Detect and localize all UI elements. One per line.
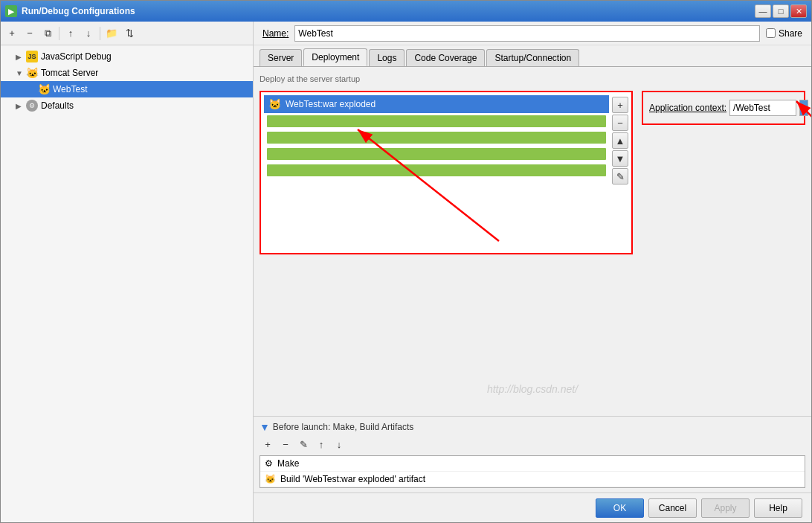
- window-title: Run/Debug Configurations: [22, 6, 135, 16]
- deploy-main: 🐱 WebTest:war exploded: [260, 91, 805, 362]
- deployment-area: Deploy at the server startup 🐱: [254, 67, 811, 416]
- artifact-remove-button[interactable]: −: [612, 115, 628, 131]
- close-button[interactable]: ✕: [790, 4, 807, 18]
- share-area: Share: [766, 28, 802, 39]
- tab-deployment[interactable]: Deployment: [303, 48, 367, 66]
- before-launch-section: ▼ Before launch: Make, Build Artifacts +…: [254, 416, 811, 492]
- app-context-row: Application context: ▼: [649, 100, 798, 116]
- bl-build-icon: 🐱: [265, 474, 276, 484]
- tree-label-webtest: WebTest: [53, 84, 87, 94]
- tab-code-coverage[interactable]: Code Coverage: [406, 49, 485, 66]
- bl-remove-button[interactable]: −: [277, 436, 294, 452]
- before-launch-title: ▼ Before launch: Make, Build Artifacts: [260, 421, 805, 433]
- artifact-item-webtest[interactable]: 🐱 WebTest:war exploded: [264, 95, 609, 113]
- artifact-empty-space: [264, 179, 609, 250]
- app-context-input[interactable]: [729, 100, 796, 116]
- expand-icon-tomcat: ▼: [16, 69, 23, 77]
- bl-make-label: Make: [277, 458, 299, 469]
- apply-button[interactable]: Apply: [701, 498, 750, 518]
- right-panel: Name: Share Server Deployment Logs: [254, 22, 811, 522]
- ok-button[interactable]: OK: [596, 498, 644, 518]
- before-launch-toggle[interactable]: ▼: [260, 421, 270, 433]
- artifact-down-button[interactable]: ▼: [612, 150, 628, 167]
- green-bar-4: [267, 164, 606, 176]
- before-launch-label: Before launch: Make, Build Artifacts: [273, 422, 413, 432]
- before-launch-toolbar: + − ✎ ↑ ↓: [260, 436, 805, 452]
- tree-item-webtest[interactable]: 🐱 WebTest: [1, 81, 253, 97]
- title-bar-left: ▶ Run/Debug Configurations: [5, 5, 135, 17]
- artifact-cat-icon: 🐱: [268, 98, 281, 110]
- app-context-label: Application context:: [649, 103, 726, 113]
- tree-label-js-debug: JavaScript Debug: [41, 51, 112, 62]
- green-bar-1: [267, 115, 606, 127]
- bl-item-build[interactable]: 🐱 Build 'WebTest:war exploded' artifact: [260, 472, 805, 487]
- bl-edit-button[interactable]: ✎: [295, 436, 312, 452]
- app-context-section: Application context: ▼: [642, 91, 805, 362]
- left-toolbar: + − ⧉ ↑ ↓ 📁 ⇅: [1, 22, 253, 45]
- expand-icon-defaults: ▶: [16, 102, 23, 110]
- share-checkbox[interactable]: [766, 28, 776, 38]
- move-down-button[interactable]: ↓: [80, 25, 97, 42]
- title-bar-controls: — □ ✕: [755, 4, 807, 18]
- expand-icon: ▶: [16, 53, 23, 61]
- config-tree: ▶ JS JavaScript Debug ▼ 🐱 Tomcat Server …: [1, 45, 253, 522]
- main-window: ▶ Run/Debug Configurations — □ ✕ + − ⧉ ↑…: [0, 0, 812, 523]
- before-launch-list: ⚙ Make 🐱 Build 'WebTest:war exploded' ar…: [260, 455, 805, 488]
- toolbar-separator-2: [100, 27, 100, 40]
- sort-button[interactable]: ⇅: [121, 25, 138, 42]
- artifact-up-button[interactable]: ▲: [612, 132, 628, 149]
- remove-config-button[interactable]: −: [22, 25, 38, 42]
- artifact-edit-button[interactable]: ✎: [612, 168, 628, 185]
- tree-label-defaults: Defaults: [41, 100, 74, 111]
- tab-startup[interactable]: Startup/Connection: [486, 49, 579, 66]
- bottom-bar: OK Cancel Apply Help: [254, 492, 811, 522]
- maximize-button[interactable]: □: [773, 4, 789, 18]
- artifact-section: 🐱 WebTest:war exploded: [260, 91, 633, 254]
- name-bar: Name: Share: [254, 22, 811, 45]
- share-label: Share: [779, 28, 802, 39]
- title-bar: ▶ Run/Debug Configurations — □ ✕: [1, 1, 811, 22]
- deploy-header: Deploy at the server startup: [260, 73, 805, 85]
- name-label: Name:: [262, 28, 289, 39]
- green-bar-3: [267, 148, 606, 160]
- tab-logs[interactable]: Logs: [369, 49, 405, 66]
- tree-item-tomcat[interactable]: ▼ 🐱 Tomcat Server: [1, 65, 253, 81]
- artifact-list: 🐱 WebTest:war exploded: [264, 95, 609, 250]
- add-config-button[interactable]: +: [4, 25, 20, 42]
- cancel-button[interactable]: Cancel: [648, 498, 697, 518]
- left-panel: + − ⧉ ↑ ↓ 📁 ⇅ ▶ JS JavaScript Debug: [1, 22, 254, 522]
- app-context-dropdown-button[interactable]: ▼: [799, 100, 808, 116]
- app-icon: ▶: [5, 5, 17, 17]
- tab-content: Deploy at the server startup 🐱: [254, 66, 811, 492]
- js-debug-icon: JS: [26, 51, 38, 62]
- webtest-icon: 🐱: [38, 83, 50, 95]
- help-button[interactable]: Help: [754, 498, 802, 518]
- tabs-bar: Server Deployment Logs Code Coverage Sta…: [254, 45, 811, 66]
- watermark: http://blog.csdn.net/: [260, 368, 805, 410]
- copy-config-button[interactable]: ⧉: [39, 25, 56, 42]
- folder-button[interactable]: 📁: [103, 25, 120, 42]
- app-context-wrapper: Application context: ▼: [642, 91, 805, 125]
- name-input[interactable]: [294, 25, 760, 42]
- toolbar-separator-1: [59, 27, 59, 40]
- artifact-add-button[interactable]: +: [612, 97, 628, 113]
- defaults-icon: ⚙: [26, 100, 38, 112]
- bl-build-label: Build 'WebTest:war exploded' artifact: [280, 474, 425, 484]
- move-up-button[interactable]: ↑: [62, 25, 79, 42]
- minimize-button[interactable]: —: [755, 4, 771, 18]
- tree-item-js-debug[interactable]: ▶ JS JavaScript Debug: [1, 48, 253, 65]
- tree-label-tomcat: Tomcat Server: [41, 68, 98, 78]
- bl-item-make[interactable]: ⚙ Make: [260, 456, 805, 472]
- bl-add-button[interactable]: +: [260, 436, 276, 452]
- tab-server[interactable]: Server: [260, 49, 302, 66]
- bl-up-button[interactable]: ↑: [313, 436, 329, 452]
- artifact-item-label: WebTest:war exploded: [286, 99, 376, 109]
- tomcat-icon: 🐱: [26, 67, 38, 79]
- artifact-side-buttons: + − ▲ ▼ ✎: [612, 95, 628, 250]
- green-bar-2: [267, 132, 606, 144]
- main-content: + − ⧉ ↑ ↓ 📁 ⇅ ▶ JS JavaScript Debug: [1, 22, 811, 522]
- bl-down-button[interactable]: ↓: [331, 436, 347, 452]
- tree-item-defaults[interactable]: ▶ ⚙ Defaults: [1, 97, 253, 114]
- bl-make-icon: ⚙: [265, 458, 273, 469]
